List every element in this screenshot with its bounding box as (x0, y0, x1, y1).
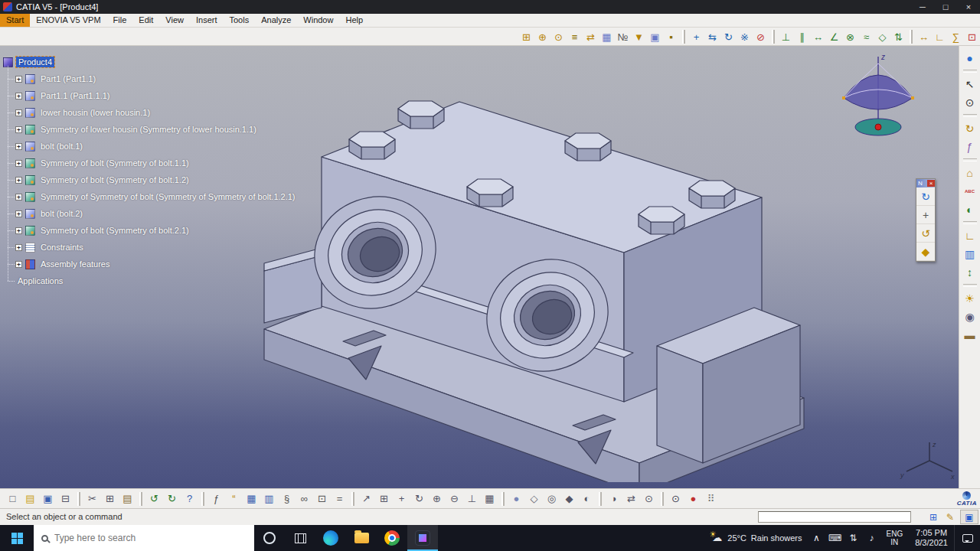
hide-show-icon[interactable]: ◑ (606, 491, 622, 507)
menu-file[interactable]: File (107, 14, 133, 27)
tree-item-label[interactable]: Part1 (Part1.1) (38, 73, 98, 84)
depth-view-icon[interactable]: ◐ (579, 491, 595, 507)
search-input[interactable] (54, 533, 230, 543)
component-icon[interactable]: ⊞ (519, 30, 534, 44)
smart-update-icon[interactable]: ↺ (916, 224, 935, 243)
snap-icon[interactable]: ⇆ (705, 30, 720, 44)
generate-numbering-icon[interactable]: № (616, 30, 630, 44)
tree-item-label[interactable]: Part1.1 (Part1.1.1) (38, 90, 113, 101)
symmetry-tree-icon[interactable] (25, 226, 35, 236)
link-icon[interactable]: ∞ (296, 491, 312, 507)
paste-icon[interactable]: ▤ (119, 491, 136, 507)
equivalent-dimensions-icon[interactable]: = (332, 491, 348, 507)
smart-move-icon[interactable]: ↻ (721, 30, 736, 44)
part-tree-icon[interactable] (25, 91, 35, 101)
measure-icon[interactable]: ∟ (962, 227, 978, 245)
minimize-button[interactable]: ─ (911, 2, 934, 11)
fix-component-icon[interactable]: ⊗ (843, 30, 858, 44)
menu-view[interactable]: View (159, 14, 190, 27)
product-icon[interactable]: ⊕ (535, 30, 550, 44)
touch-keyboard-icon[interactable]: ⌨ (827, 533, 844, 543)
script-icon[interactable]: § (279, 491, 295, 507)
multi-instantiation-icon[interactable]: ⇄ (583, 30, 598, 44)
swap-visible-space-icon[interactable]: ⇄ (623, 491, 639, 507)
look-at-icon[interactable]: ⊙ (962, 93, 978, 112)
hidden-icons-chevron[interactable]: ∧ (808, 533, 825, 543)
print-icon[interactable]: ⊟ (57, 491, 74, 507)
new-file-icon[interactable]: □ (5, 491, 21, 507)
tree-item-label[interactable]: Symmetry of Symmetry of bolt (Symmetry o… (38, 191, 298, 202)
notification-center-button[interactable] (954, 525, 980, 551)
edge-button[interactable] (315, 525, 346, 551)
menu-tools[interactable]: Tools (223, 14, 255, 27)
zoom-in-icon[interactable]: ⊕ (429, 491, 445, 507)
cut-icon[interactable]: ✂ (84, 491, 100, 507)
part-tree-icon[interactable] (25, 209, 35, 219)
symmetry-tree-icon[interactable] (25, 125, 35, 135)
table-icon[interactable]: ▦ (243, 491, 260, 507)
part-tree-icon[interactable] (25, 108, 35, 118)
rotate-view-icon[interactable]: ↻ (411, 491, 427, 507)
ground-icon[interactable]: ▬ (962, 326, 978, 344)
start-button[interactable] (0, 525, 34, 551)
task-view-button[interactable] (285, 525, 315, 551)
update-all-icon[interactable]: ↻ (916, 187, 935, 206)
abc-annotation-icon[interactable]: ABC (962, 182, 978, 201)
coincidence-constraint-icon[interactable]: ⊥ (779, 30, 793, 44)
record-icon[interactable]: ● (685, 491, 701, 507)
fit-all-in-icon[interactable]: ⊞ (376, 491, 392, 507)
menu-start[interactable]: Start (0, 14, 30, 27)
close-button[interactable]: × (957, 2, 980, 11)
wireframe-view-icon[interactable]: ◇ (526, 491, 542, 507)
tree-item-label[interactable]: Symmetry of lower housin (Symmetry of lo… (38, 124, 259, 135)
menu-window[interactable]: Window (297, 14, 339, 27)
tree-expander[interactable]: + (15, 177, 22, 184)
manage-representations-icon[interactable]: ▣ (648, 30, 662, 44)
cortana-button[interactable] (254, 525, 285, 551)
menu-enovia-v5-vpm[interactable]: ENOVIA V5 VPM (30, 14, 106, 27)
hidden-line-icon[interactable]: ◎ (544, 491, 560, 507)
manipulation-icon[interactable]: + (916, 206, 935, 224)
save-icon[interactable]: ▣ (40, 491, 56, 507)
fly-mode-icon[interactable]: ↗ (358, 491, 374, 507)
perspective-icon[interactable]: ◆ (561, 491, 577, 507)
contact-constraint-icon[interactable]: ∥ (795, 30, 809, 44)
offset-constraint-icon[interactable]: ↔ (811, 30, 825, 44)
symmetry-tree-icon[interactable] (25, 192, 35, 202)
tree-item-label[interactable]: Symmetry of bolt (Symmetry of bolt.1.2) (38, 174, 191, 185)
distance-analysis-icon[interactable]: ↕ (962, 263, 978, 282)
sectioning-icon[interactable]: ▥ (962, 245, 978, 263)
undo-icon[interactable]: ↺ (146, 491, 162, 507)
symmetry-tree-icon[interactable] (25, 158, 35, 168)
tree-item-label[interactable]: Symmetry of bolt (Symmetry of bolt.1.1) (38, 158, 191, 168)
update-icon[interactable]: ↻ (962, 119, 978, 138)
redo-icon[interactable]: ↻ (164, 491, 180, 507)
tree-item-label[interactable]: Assembly features (38, 259, 112, 269)
apply-material-icon[interactable]: ◐ (962, 201, 978, 219)
open-folder-icon[interactable]: ▤ (22, 491, 38, 507)
tree-expander[interactable]: + (15, 126, 22, 133)
magnifier-icon[interactable]: ⊙ (641, 491, 657, 507)
status-corner-icon[interactable]: ▣ (960, 510, 978, 524)
tree-expander[interactable]: + (15, 143, 22, 150)
manipulation-icon[interactable]: + (689, 30, 704, 44)
tree-item-label[interactable]: lower housin (lower housin.1) (38, 107, 152, 118)
measure-inertia-icon[interactable]: ∑ (949, 30, 963, 44)
tree-item-label[interactable]: bolt (bolt.1) (38, 141, 85, 152)
taskbar-search[interactable] (34, 525, 254, 551)
clash-stop-icon[interactable]: ⊘ (753, 30, 768, 44)
catalog-browser-icon[interactable]: ⌂ (962, 164, 978, 182)
tree-expander[interactable]: + (15, 160, 22, 167)
chrome-button[interactable] (377, 525, 407, 551)
pencil-status-icon[interactable]: ✎ (943, 510, 957, 523)
volume-icon[interactable]: ♪ (864, 533, 880, 543)
tree-item-label[interactable]: bolt (bolt.2) (38, 208, 85, 219)
light-icon[interactable]: ☀ (962, 289, 978, 308)
multi-view-icon[interactable]: ▦ (482, 491, 498, 507)
floating-toolbar-titlebar[interactable]: N × (916, 179, 935, 187)
constraints-tree-icon[interactable] (25, 243, 35, 253)
tree-expander[interactable]: + (15, 93, 22, 99)
maximize-button[interactable]: □ (934, 2, 957, 11)
lock-icon[interactable]: ⊡ (314, 491, 330, 507)
shaded-view-icon[interactable]: ● (508, 491, 524, 507)
